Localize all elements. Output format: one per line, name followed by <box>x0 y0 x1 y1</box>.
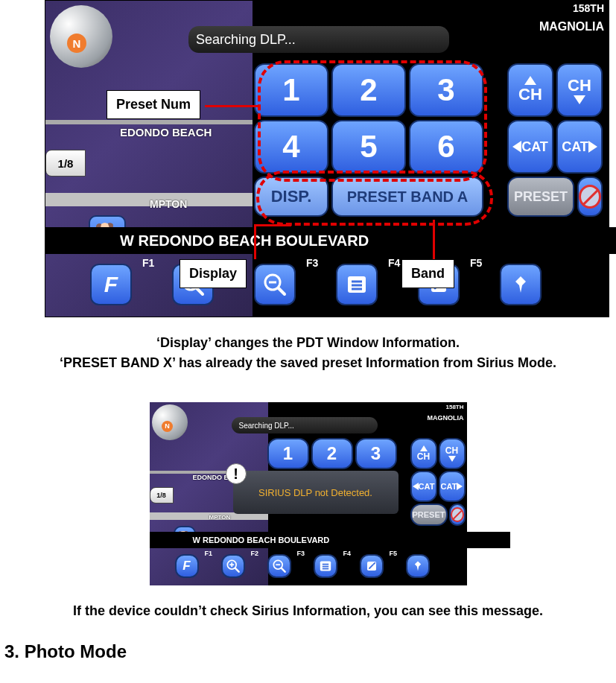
map-road <box>45 193 253 206</box>
alert-text: SIRIUS DLP not Detected. <box>258 487 372 498</box>
compass-icon[interactable]: N <box>152 404 188 440</box>
magnifier-minus-icon <box>262 272 288 297</box>
annotation-line <box>433 220 435 259</box>
channel-up-button[interactable]: CH <box>507 63 553 117</box>
category-right-button[interactable]: CAT <box>439 471 466 502</box>
pin-icon <box>509 273 532 296</box>
preset-6-button[interactable]: 6 <box>409 120 483 174</box>
caption-preset-band: ‘PRESET BAND X’ has already the saved pr… <box>30 355 586 371</box>
status-searching: Searching DLP... <box>232 417 378 433</box>
channel-down-button[interactable]: CH <box>439 438 466 469</box>
svg-line-1 <box>197 288 203 294</box>
map-label-158th: 158TH <box>573 2 604 14</box>
map-label-magnolia: MAGNOLIA <box>539 20 604 34</box>
preset-5-button[interactable]: 5 <box>331 120 406 174</box>
screenshot-sirius-preset: N 158TH MAGNOLIA EDONDO BEACH MPTON 1/8 … <box>45 0 609 317</box>
preset-band-button[interactable]: PRESET BAND A <box>331 177 483 217</box>
mute-button[interactable] <box>449 503 466 526</box>
status-searching: Searching DLP... <box>188 26 449 53</box>
tools-button[interactable] <box>360 554 384 578</box>
map-road <box>45 120 253 124</box>
category-label: CAT <box>441 482 457 491</box>
triangle-left-icon <box>413 483 419 490</box>
svg-line-5 <box>279 288 285 294</box>
f-menu-button[interactable]: F <box>175 554 199 578</box>
category-label: CAT <box>521 139 548 155</box>
preset-2-button[interactable]: 2 <box>311 438 353 469</box>
no-headset-icon <box>451 507 464 522</box>
svg-line-17 <box>281 568 285 572</box>
preset-button[interactable]: PRESET <box>410 503 448 526</box>
f-menu-button[interactable]: F <box>90 264 132 305</box>
channel-label: CH <box>445 445 458 456</box>
no-headset-icon <box>579 185 601 209</box>
channel-up-button[interactable]: CH <box>410 438 437 469</box>
triangle-up-icon <box>420 445 428 451</box>
tools-icon <box>365 559 378 573</box>
zoom-in-button[interactable] <box>221 554 245 578</box>
preset-button[interactable]: PRESET <box>507 177 574 217</box>
triangle-right-icon <box>588 141 597 153</box>
alert-icon: ! <box>226 463 247 484</box>
list-icon <box>346 273 368 296</box>
preset-3-button[interactable]: 3 <box>409 63 483 117</box>
section-heading-photo-mode: 3. Photo Mode <box>4 641 616 662</box>
callout-band: Band <box>401 259 454 288</box>
preset-3-button[interactable]: 3 <box>355 438 397 469</box>
current-street: W REDONDO BEACH BOULEVARD <box>150 532 510 548</box>
preset-1-button[interactable]: 1 <box>254 63 328 117</box>
pin-icon <box>411 559 425 573</box>
alert-sirius-not-detected: ! SIRIUS DLP not Detected. <box>233 471 399 514</box>
category-label: CAT <box>562 139 588 155</box>
svg-line-13 <box>235 568 238 572</box>
zoom-out-button[interactable] <box>267 554 291 578</box>
triangle-up-icon <box>524 76 536 85</box>
list-icon <box>319 559 332 573</box>
map-label-redondo: EDONDO BEACH <box>120 126 212 139</box>
category-left-button[interactable]: CAT <box>507 120 553 174</box>
compass-north-label: N <box>67 34 86 53</box>
list-button[interactable] <box>314 554 337 578</box>
annotation-line <box>205 105 260 107</box>
zoom-out-button[interactable] <box>254 264 296 305</box>
annotation-line <box>254 224 256 259</box>
compass-north-label: N <box>162 421 173 432</box>
screenshot-sirius-not-detected: N 158TH MAGNOLIA EDONDO BEACH MPTON 1/8 … <box>150 402 467 585</box>
map-label-magnolia: MAGNOLIA <box>428 414 464 422</box>
preset-2-button[interactable]: 2 <box>331 63 406 117</box>
disp-button[interactable]: DISP. <box>254 177 328 217</box>
category-label: CAT <box>419 482 435 491</box>
triangle-right-icon <box>457 483 463 490</box>
annotation-line <box>254 224 291 226</box>
caption-display: ‘Display’ changes the PDT Window Informa… <box>30 335 586 351</box>
triangle-left-icon <box>512 141 521 153</box>
category-right-button[interactable]: CAT <box>556 120 603 174</box>
triangle-down-icon <box>448 456 456 462</box>
caption-not-detected: If the device couldn’t check Sirius Info… <box>30 603 586 619</box>
magnifier-minus-icon <box>272 559 287 574</box>
map-label-mpton: MPTON <box>150 198 187 210</box>
compass-icon[interactable]: N <box>50 5 112 68</box>
mute-button[interactable] <box>577 177 603 217</box>
function-key-row: F <box>45 254 582 315</box>
channel-label: CH <box>518 85 542 104</box>
map-scale-tab[interactable]: 1/8 <box>150 487 174 503</box>
current-street: W REDONDO BEACH BOULEVARD <box>45 227 616 254</box>
list-button[interactable] <box>336 264 378 305</box>
preset-4-button[interactable]: 4 <box>254 120 328 174</box>
map-label-158th: 158TH <box>445 404 463 410</box>
map-label-mpton: MPTON <box>209 514 231 521</box>
magnifier-plus-icon <box>226 559 241 574</box>
triangle-down-icon <box>574 95 585 104</box>
callout-preset-num: Preset Num <box>107 90 200 119</box>
channel-label: CH <box>417 451 430 462</box>
preset-1-button[interactable]: 1 <box>267 438 309 469</box>
pin-button[interactable] <box>500 264 542 305</box>
map-scale-tab[interactable]: 1/8 <box>45 150 86 177</box>
function-key-row: F <box>150 548 452 584</box>
category-left-button[interactable]: CAT <box>410 471 437 502</box>
channel-down-button[interactable]: CH <box>556 63 603 117</box>
callout-display: Display <box>180 259 247 288</box>
channel-label: CH <box>568 76 591 95</box>
pin-button[interactable] <box>406 554 430 578</box>
